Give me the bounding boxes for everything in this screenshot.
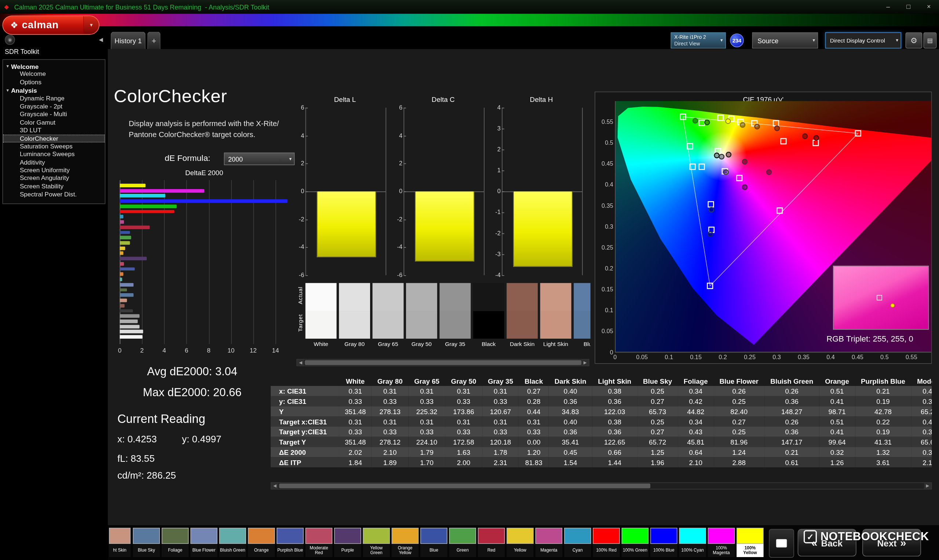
patch-button-100-magenta[interactable]: 100% Magenta [708, 528, 735, 558]
calman-menu-button[interactable]: ❖ calman ▾ [3, 15, 99, 34]
swatch-target [574, 311, 591, 338]
table-cell: 2.02 [339, 447, 372, 457]
patch-button-bluish-green[interactable]: Bluish Green [219, 528, 246, 558]
sidebar-item-colorchecker[interactable]: ColorChecker [3, 134, 105, 143]
delta-bar-100-yellow [513, 191, 572, 267]
tree-section-analysis[interactable]: ▾Analysis [3, 86, 105, 94]
scroll-thumb[interactable] [279, 483, 650, 488]
scroll-right-icon[interactable]: ▶ [581, 360, 589, 365]
table-cell: 0.31 [519, 416, 549, 426]
scroll-right-icon[interactable]: ▶ [924, 483, 931, 489]
table-cell: 2.31 [482, 457, 519, 467]
gridline [231, 180, 232, 344]
patch-button-100-green[interactable]: 100% Green [622, 528, 649, 558]
sidebar-item-dynamic-range[interactable]: Dynamic Range [3, 94, 105, 102]
scroll-left-icon[interactable]: ◀ [297, 360, 304, 365]
chart-title: Delta H [494, 95, 589, 105]
patch-label: Blue [420, 544, 447, 557]
row-label: ΔE ITP [271, 457, 339, 467]
sidebar-item-screen-uniformity[interactable]: Screen Uniformity [3, 166, 105, 174]
patch-button-100-yellow[interactable]: 100% Yellow [737, 528, 763, 558]
table-scrollbar[interactable]: ◀ ▶ [271, 482, 932, 490]
source-dropdown[interactable]: Source ▾ [752, 32, 818, 48]
sidebar-item-spectral-power-dist[interactable]: Spectral Power Dist. [3, 191, 105, 198]
sidebar-item-screen-angularity[interactable]: Screen Angularity [3, 174, 105, 183]
sidebar-item-additivity[interactable]: Additivity [3, 158, 105, 166]
patch-button-yellow[interactable]: Yellow [507, 528, 533, 558]
layout-button[interactable]: ▤ [924, 32, 937, 48]
display-control-dropdown[interactable]: Direct Display Control ▾ [825, 32, 901, 48]
patch-button-purplish-blue[interactable]: Purplish Blue [276, 528, 303, 558]
sidebar-item-saturation-sweeps[interactable]: Saturation Sweeps [3, 142, 105, 150]
swatch-target [339, 311, 370, 338]
de-formula-label: dE Formula: [165, 153, 210, 163]
patch-button-ht-skin[interactable]: ht Skin [109, 528, 131, 558]
measured-marker [740, 122, 745, 127]
de-formula-dropdown[interactable]: 2000 ▾ [224, 152, 295, 165]
sidebar-item-luminance-sweeps[interactable]: Luminance Sweeps [3, 150, 105, 158]
meter-dropdown[interactable]: X-Rite i1Pro 2 Direct View ▾ [671, 32, 726, 48]
maximize-button[interactable]: □ [898, 0, 919, 14]
close-button[interactable]: × [919, 0, 939, 14]
pattern-window-button[interactable] [769, 529, 794, 557]
sidebar-item-grayscale-2pt[interactable]: Grayscale - 2pt [3, 102, 105, 110]
measured-marker [714, 153, 719, 158]
bar-100-red [120, 210, 174, 213]
patch-button-green[interactable]: Green [449, 528, 476, 558]
table-cell: 0.38 [592, 386, 637, 396]
sidebar-item-welcome[interactable]: Welcome [3, 70, 105, 78]
patch-button-magenta[interactable]: Magenta [535, 528, 562, 558]
measured-marker [742, 159, 747, 164]
new-tab-button[interactable]: + [148, 32, 161, 49]
tab-history-1[interactable]: History 1 [111, 32, 146, 49]
table-cell: 0.26 [765, 386, 819, 396]
sidebar-item-options[interactable]: Options [3, 78, 105, 86]
swatch-scrollbar[interactable]: ◀ ▶ [296, 359, 589, 366]
tree-section-label: Welcome [11, 63, 39, 70]
scroll-left-icon[interactable]: ◀ [271, 483, 279, 489]
sidebar-item-grayscale-multi[interactable]: Grayscale - Multi [3, 110, 105, 118]
sidebar-item-color-gamut[interactable]: Color Gamut [3, 118, 105, 126]
patch-button-blue-sky[interactable]: Blue Sky [133, 528, 160, 558]
pattern-icon [776, 539, 787, 548]
patch-button-yellow-green[interactable]: Yellow Green [363, 528, 390, 558]
table-cell: 1.70 [408, 457, 445, 467]
patch-button-100-blue[interactable]: 100% Blue [650, 528, 677, 558]
table-cell: 65.73 [637, 406, 678, 417]
patch-button-moderate-red[interactable]: Moderate Red [305, 528, 332, 558]
table-cell: 0.43 [678, 426, 714, 437]
minimize-button[interactable]: – [878, 0, 898, 14]
current-fl: fL: 83.55 [117, 454, 155, 465]
patch-button-100-cyan[interactable]: 100% Cyan [679, 528, 706, 558]
patch-button-100-red[interactable]: 100% Red [593, 528, 620, 558]
table-cell: 42.78 [855, 406, 911, 417]
swatch-strip: Actual Target WhiteGray 80Gray 65Gray 50… [296, 278, 591, 369]
table-cell: 0.36 [592, 426, 637, 437]
patch-button-purple[interactable]: Purple [334, 528, 361, 558]
patch-button-orange-yellow[interactable]: Orange Yellow [392, 528, 418, 558]
patch-button-orange[interactable]: Orange [248, 528, 275, 558]
next-button[interactable]: Next » [862, 529, 921, 556]
swatch-target [406, 311, 437, 338]
sidebar-item-screen-stability[interactable]: Screen Stability [3, 183, 105, 191]
settings-button[interactable]: ⚙ [906, 32, 922, 48]
patch-button-cyan[interactable]: Cyan [564, 528, 591, 558]
session-button[interactable]: ◉ [5, 35, 15, 45]
patch-button-red[interactable]: Red [478, 528, 505, 558]
tick-mark [502, 254, 504, 255]
scroll-thumb[interactable] [305, 360, 581, 365]
patch-button-blue-flower[interactable]: Blue Flower [190, 528, 217, 558]
y-tick-label: -4 [395, 244, 403, 250]
bar-blue-sky [120, 294, 134, 297]
inset-target-marker [877, 295, 882, 300]
table-cell: 0.36 [765, 396, 819, 406]
back-button[interactable]: « Back [798, 529, 856, 556]
x-tick-label: 0.55 [902, 354, 920, 360]
measured-marker [775, 126, 779, 131]
patch-button-foliage[interactable]: Foliage [162, 528, 188, 558]
collapse-sidebar-button[interactable]: ◀ [99, 37, 103, 43]
tree-section-welcome[interactable]: ▾Welcome [3, 62, 105, 70]
bar-100-green [120, 205, 177, 208]
sidebar-item-3d-lut[interactable]: 3D LUT [3, 126, 105, 134]
patch-button-blue[interactable]: Blue [420, 528, 447, 558]
